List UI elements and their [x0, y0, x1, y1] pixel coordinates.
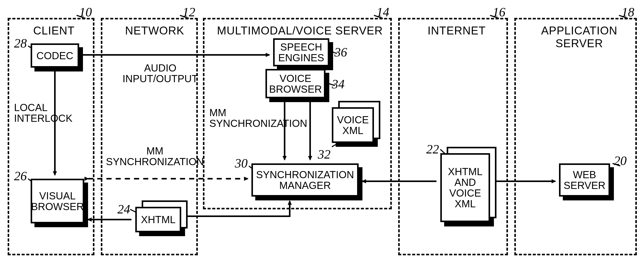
arrows-layer-top: [0, 0, 644, 265]
diagram-canvas: CLIENT NETWORK MULTIMODAL/VOICE SERVER I…: [0, 0, 644, 265]
